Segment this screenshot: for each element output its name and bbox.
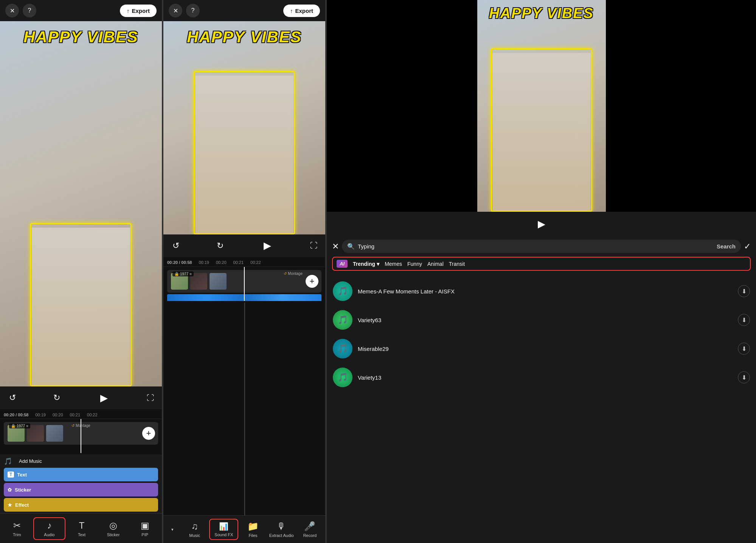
sticker-icon: ✿ [8, 487, 12, 493]
sound-name-3: Miserable29 [358, 346, 733, 352]
middle-undo-icon: ↺ [172, 241, 179, 250]
text-layer-icon: T [8, 472, 14, 478]
left-undo-button[interactable]: ↺ [8, 391, 17, 404]
music-layer-row[interactable]: 🎵 Add Music [4, 456, 158, 466]
middle-add-clip-button[interactable]: + [306, 275, 318, 288]
sound-list[interactable]: 🎵 Memes-A Few Moments Later - AISFX ⬇ 🎵 … [327, 275, 756, 543]
middle-track-thumb-3 [210, 273, 227, 290]
search-submit-button[interactable]: Search [717, 243, 736, 250]
text-layer[interactable]: T Text [4, 468, 158, 481]
download-button-4[interactable]: ⬇ [738, 371, 750, 383]
right-title-text: HAPPY VIBES [489, 0, 594, 22]
text-icon: T [79, 520, 85, 531]
right-play-icon: ▶ [538, 218, 545, 230]
right-panel: HAPPY VIBES ▶ ✕ 🔍 Search ✓ [327, 0, 756, 543]
left-timeline-ruler: 00:20 / 00:58 00:19 00:20 00:21 00:22 [0, 411, 162, 419]
middle-redo-button[interactable]: ↻ [215, 239, 225, 252]
ai-badge: AI [337, 260, 348, 268]
left-play-button[interactable]: ▶ [96, 389, 112, 406]
search-close-button[interactable]: ✕ [332, 242, 339, 251]
left-video-bg: HAPPY VIBES [0, 21, 162, 386]
left-topbar: ✕ ? ↑ Export [0, 0, 162, 21]
text-tool-button[interactable]: T Text [66, 517, 97, 540]
category-tabs: AI Trending ▾ Memes Funny Animal Transit [332, 257, 751, 271]
tab-animal[interactable]: Animal [427, 261, 444, 267]
middle-montage-badge: ↺ Montage [284, 272, 303, 276]
middle-close-button[interactable]: ✕ [169, 4, 182, 17]
sound-item-4[interactable]: 🎵 Variety13 ⬇ [327, 363, 756, 392]
left-redo-button[interactable]: ↻ [52, 391, 62, 404]
download-icon-4: ⬇ [742, 374, 747, 381]
middle-panel: ✕ ? ↑ Export HAPPY VIBES ↺ ↻ ▶ ⛶ [163, 0, 326, 543]
search-close-icon: ✕ [332, 242, 339, 251]
track-badge-1977: 🔒 1977 ≡ [9, 424, 30, 428]
left-timeline-content[interactable]: 🔒 1977 ≡ ↺ Montage + [0, 419, 162, 453]
download-button-2[interactable]: ⬇ [738, 314, 750, 326]
middle-video-bg: HAPPY VIBES [163, 21, 325, 234]
left-timeline: 00:20 / 00:58 00:19 00:20 00:21 00:22 🔒 … [0, 409, 162, 455]
middle-export-button[interactable]: ↑ Export [283, 5, 320, 17]
effect-layer[interactable]: ★ Effect [4, 498, 158, 512]
middle-play-button[interactable]: ▶ [259, 237, 276, 254]
middle-bottom-toolbar: ▾ ♫ Music 📊 Sound FX 📁 Files 🎙 Extract A… [163, 515, 325, 543]
right-panel-search-area: ✕ 🔍 Search ✓ AI Trending ▾ Memes [327, 236, 756, 275]
middle-video-preview: HAPPY VIBES [163, 21, 325, 234]
left-playback-controls: ↺ ↻ ▶ ⛶ [0, 386, 162, 409]
middle-content-area [163, 303, 325, 516]
play-icon: ▶ [100, 392, 108, 404]
middle-fullscreen-icon: ⛶ [310, 241, 318, 250]
export-upload-icon: ↑ [127, 8, 130, 14]
middle-fullscreen-button[interactable]: ⛶ [310, 241, 318, 250]
audio-button[interactable]: ♪ Audio [33, 517, 66, 540]
sound-wave-icon-3: 🎵 [338, 344, 348, 354]
download-icon-2: ⬇ [742, 316, 747, 324]
pip-button[interactable]: ▣ PIP [129, 517, 160, 540]
left-video-preview: HAPPY VIBES [0, 21, 162, 386]
tab-memes[interactable]: Memes [385, 261, 402, 267]
left-add-clip-button[interactable]: + [142, 427, 155, 440]
left-export-button[interactable]: ↑ Export [120, 5, 157, 17]
left-fullscreen-button[interactable]: ⛶ [147, 394, 154, 402]
sound-item-3[interactable]: 🎵 Miserable29 ⬇ [327, 334, 756, 363]
right-yellow-outline [491, 48, 592, 212]
music-icon: ♫ [191, 521, 198, 532]
middle-timeline: 00:20 / 00:58 00:19 00:20 00:21 00:22 🔒 … [163, 257, 325, 303]
left-bottom-toolbar: ✂ Trim ♪ Audio T Text ◎ Sticker ▣ PIP [0, 513, 162, 543]
right-play-button[interactable]: ▶ [533, 216, 550, 232]
search-input[interactable] [358, 243, 714, 250]
scroll-down-icon: ▾ [171, 527, 174, 532]
download-button-1[interactable]: ⬇ [738, 285, 750, 297]
right-playback-controls: ▶ [327, 212, 756, 236]
soundfx-button[interactable]: 📊 Sound FX [209, 519, 238, 540]
music-button[interactable]: ♫ Music [181, 519, 208, 540]
search-confirm-button[interactable]: ✓ [744, 242, 751, 251]
sound-avatar-4: 🎵 [333, 368, 352, 387]
trim-button[interactable]: ✂ Trim [2, 517, 33, 540]
sound-item-1[interactable]: 🎵 Memes-A Few Moments Later - AISFX ⬇ [327, 277, 756, 306]
middle-timeline-ruler: 00:20 / 00:58 00:19 00:20 00:21 00:22 [163, 259, 325, 267]
left-help-button[interactable]: ? [23, 4, 36, 17]
extract-icon: 🎙 [277, 521, 286, 532]
middle-undo-button[interactable]: ↺ [171, 239, 181, 252]
pip-icon: ▣ [141, 520, 149, 531]
left-timeline-cursor [81, 419, 81, 453]
left-close-button[interactable]: ✕ [5, 4, 19, 17]
middle-help-button[interactable]: ? [186, 4, 200, 17]
tab-transit[interactable]: Transit [449, 261, 465, 267]
record-button[interactable]: 🎤 Record [296, 519, 324, 540]
files-button[interactable]: 📁 Files [239, 519, 267, 540]
tab-funny[interactable]: Funny [407, 261, 422, 267]
sound-item-2[interactable]: 🎵 Variety63 ⬇ [327, 306, 756, 334]
tab-trending[interactable]: Trending ▾ [353, 261, 379, 267]
sticker-layer[interactable]: ✿ Sticker [4, 483, 158, 496]
add-music-button[interactable]: Add Music [15, 457, 46, 465]
middle-title-text: HAPPY VIBES [187, 21, 302, 46]
middle-timeline-content[interactable]: 🔒 1977 ≡ ↺ Montage + [163, 267, 325, 301]
search-input-wrap[interactable]: 🔍 Search [342, 240, 741, 253]
middle-playhead-line [244, 303, 245, 516]
redo-icon: ↻ [53, 393, 60, 402]
extract-audio-button[interactable]: 🎙 Extract Audio [268, 519, 295, 540]
scroll-down-button[interactable]: ▾ [165, 519, 180, 540]
download-button-3[interactable]: ⬇ [738, 343, 750, 355]
sticker-tool-button[interactable]: ◎ Sticker [98, 517, 129, 540]
